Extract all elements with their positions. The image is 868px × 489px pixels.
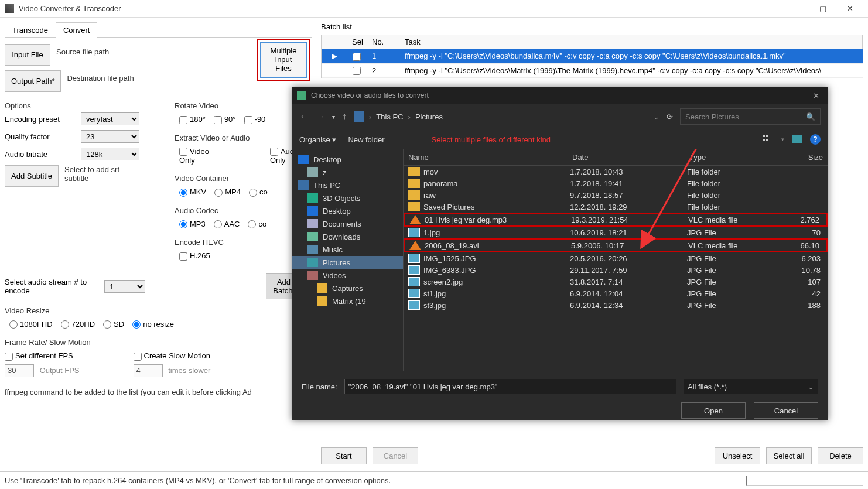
codec-copy-radio[interactable]: co — [248, 220, 266, 229]
file-row[interactable]: raw9.7.2018. 18:57File folder — [404, 189, 828, 201]
title-bar: Video Converter & Transcoder — ▢ ✕ — [0, 0, 868, 18]
batch-row-2-checkbox[interactable] — [353, 67, 361, 75]
subtitle-hint: Select to add srt subtitle — [64, 165, 135, 183]
help-icon[interactable]: ? — [810, 134, 821, 145]
tree-item-pictures[interactable]: Pictures — [292, 256, 403, 269]
file-row[interactable]: IMG_1525.JPG20.5.2016. 20:26JPG File6.20… — [404, 252, 828, 264]
tree-item-z[interactable]: z — [292, 166, 403, 179]
rotate-neg90-checkbox[interactable]: -90 — [244, 115, 266, 124]
preview-pane-button[interactable] — [792, 135, 802, 143]
breadcrumb-pictures[interactable]: Pictures — [415, 112, 443, 121]
dialog-cancel-button[interactable]: Cancel — [754, 402, 818, 419]
quality-factor-select[interactable]: 23 — [81, 130, 139, 143]
new-folder-button[interactable]: New folder — [348, 135, 384, 144]
app-title: Video Converter & Transcoder — [19, 4, 782, 13]
resize-none-radio[interactable]: no resize — [132, 320, 174, 329]
organise-menu[interactable]: Organise ▾ — [299, 135, 336, 144]
nav-up-button[interactable]: ↑ — [342, 111, 347, 122]
maximize-button[interactable]: ▢ — [809, 0, 836, 18]
dialog-close-button[interactable]: ✕ — [809, 91, 823, 100]
fps-input[interactable] — [5, 364, 34, 377]
image-icon — [408, 300, 420, 310]
video-only-checkbox[interactable]: Video Only — [179, 147, 221, 165]
rotate-180-checkbox[interactable]: 180° — [179, 115, 206, 124]
container-copy-radio[interactable]: co — [249, 187, 268, 197]
file-row[interactable]: 2006_08_19.avi5.9.2006. 10:17VLC media f… — [404, 238, 828, 252]
start-button[interactable]: Start — [321, 447, 367, 464]
col-size[interactable]: Size — [773, 149, 828, 165]
extract-header: Extract Video or Audio — [175, 131, 312, 145]
file-row[interactable]: panorama1.7.2018. 19:41File folder — [404, 177, 828, 189]
minimize-button[interactable]: — — [782, 0, 809, 18]
tree-item-videos[interactable]: Videos — [292, 269, 403, 282]
file-row[interactable]: screen2.jpg31.8.2017. 7:14JPG File107 — [404, 276, 828, 288]
h265-checkbox[interactable]: H.265 — [179, 251, 210, 261]
unselect-button[interactable]: Unselect — [715, 447, 760, 464]
nav-back-button[interactable]: ← — [299, 111, 309, 122]
resize-sd-radio[interactable]: SD — [103, 320, 124, 329]
file-row[interactable]: IMG_6383.JPG29.11.2017. 7:59JPG File10.7… — [404, 264, 828, 276]
output-path-button[interactable]: Output Path* — [5, 70, 61, 92]
tree-item-this-pc[interactable]: This PC — [292, 179, 403, 192]
file-row[interactable]: 1.jpg10.6.2019. 18:21JPG File70 — [404, 227, 828, 238]
nav-forward-button[interactable]: → — [316, 111, 325, 122]
audio-codec-header: Audio Codec — [175, 204, 312, 217]
nav-recent-button[interactable]: ▾ — [332, 114, 335, 120]
audio-bitrate-select[interactable]: 128k — [81, 148, 139, 160]
filename-input[interactable] — [344, 379, 676, 394]
search-input[interactable]: Search Pictures 🔍 — [680, 108, 821, 125]
set-fps-checkbox[interactable]: Set different FPS — [5, 351, 73, 360]
close-button[interactable]: ✕ — [836, 0, 863, 18]
resize-720-radio[interactable]: 720HD — [61, 320, 95, 329]
tree-item-3d-objects[interactable]: 3D Objects — [292, 192, 403, 204]
file-row[interactable]: 01 Hvis jeg var deg.mp319.3.2019. 21:54V… — [404, 213, 828, 227]
resize-1080-radio[interactable]: 1080FHD — [9, 320, 53, 329]
breadcrumb-dropdown-icon[interactable]: ⌄ — [653, 112, 659, 121]
col-type[interactable]: Type — [685, 149, 773, 165]
col-sel[interactable]: Sel — [347, 35, 368, 49]
col-task[interactable]: Task — [401, 35, 863, 49]
col-no[interactable]: No. — [368, 35, 401, 49]
file-row[interactable]: st3.jpg6.9.2014. 12:34JPG File188 — [404, 299, 828, 311]
dest-path-label: Destination file path — [67, 74, 134, 83]
breadcrumb-this-pc[interactable]: This PC — [376, 112, 403, 121]
file-type-filter[interactable]: All files (*.*)⌄ — [684, 379, 818, 394]
batch-row-1[interactable]: ▶ 1 ffmpeg -y -i "C:\Users\z\Videos\bund… — [322, 49, 863, 64]
file-row[interactable]: st1.jpg6.9.2014. 12:04JPG File42 — [404, 288, 828, 299]
slow-motion-checkbox[interactable]: Create Slow Motion — [134, 351, 210, 360]
audio-stream-select[interactable]: 1 — [104, 280, 145, 293]
col-date[interactable]: Date — [568, 149, 685, 165]
add-subtitle-button[interactable]: Add Subtitle — [5, 165, 59, 187]
input-file-button[interactable]: Input File — [5, 44, 50, 66]
batch-cancel-button[interactable]: Cancel — [373, 447, 418, 464]
delete-button[interactable]: Delete — [818, 447, 863, 464]
tab-transcode[interactable]: Transcode — [5, 22, 56, 38]
file-row[interactable]: Saved Pictures12.2.2018. 19:29File folde… — [404, 201, 828, 213]
tab-convert[interactable]: Convert — [56, 22, 98, 38]
batch-row-2[interactable]: 2 ffmpeg -y -i "C:\Users\z\Videos\Matrix… — [322, 64, 863, 78]
slow-factor-input[interactable] — [134, 364, 163, 377]
file-row[interactable]: mov1.7.2018. 10:43File folder — [404, 166, 828, 177]
col-name[interactable]: Name — [404, 149, 568, 165]
tree-item-downloads[interactable]: Downloads — [292, 230, 403, 243]
audio-stream-label: Select audio stream # to encode — [5, 278, 98, 295]
tree-item-desktop[interactable]: Desktop — [292, 204, 403, 217]
tree-item-matrix-19[interactable]: Matrix (19 — [292, 295, 403, 307]
tree-item-music[interactable]: Music — [292, 243, 403, 256]
open-button[interactable]: Open — [681, 402, 746, 419]
view-mode-button[interactable] — [763, 135, 773, 143]
encoding-preset-select[interactable]: veryfast — [81, 112, 139, 125]
codec-mp3-radio[interactable]: MP3 — [179, 220, 206, 229]
rotate-90-checkbox[interactable]: 90° — [214, 115, 236, 124]
container-mp4-radio[interactable]: MP4 — [214, 187, 241, 197]
tree-item-documents[interactable]: Documents — [292, 217, 403, 230]
codec-aac-radio[interactable]: AAC — [214, 220, 240, 229]
tree-item-captures[interactable]: Captures — [292, 282, 403, 295]
container-mkv-radio[interactable]: MKV — [179, 187, 206, 197]
refresh-button[interactable]: ⟳ — [667, 112, 673, 121]
folder-icon — [408, 202, 420, 211]
source-path-label: Source file path — [56, 47, 109, 56]
tree-item-desktop[interactable]: Desktop — [292, 153, 403, 166]
select-all-button[interactable]: Select all — [766, 447, 812, 464]
batch-row-1-checkbox[interactable] — [353, 53, 361, 61]
